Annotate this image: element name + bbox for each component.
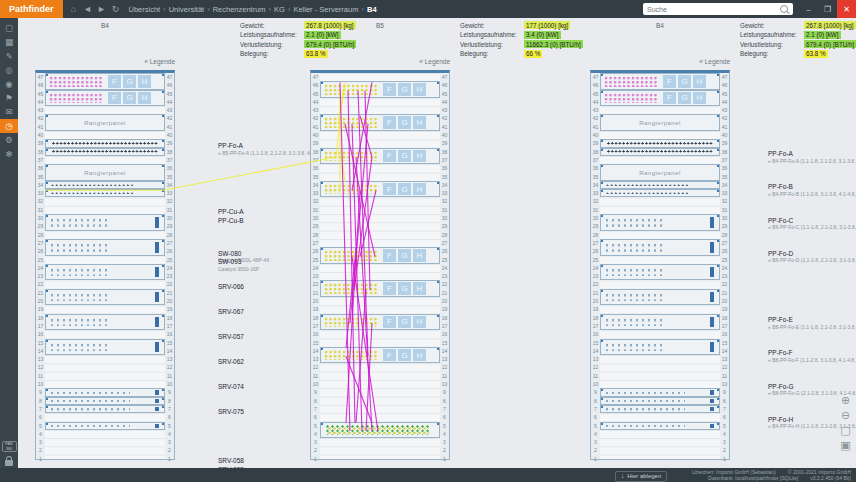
rack-device-srv-055[interactable] (45, 397, 165, 405)
device-label[interactable]: PP-Fo-C (768, 217, 856, 224)
rack-device-pp-fo-a[interactable]: FGH (600, 73, 720, 90)
rack-device-sw-081[interactable] (600, 181, 720, 189)
minimize-button[interactable]: – (799, 0, 818, 18)
rack-device-pp-cu-b[interactable] (45, 148, 165, 156)
tags-icon[interactable]: ⚑ (0, 91, 18, 105)
rack-device[interactable]: Rangierpanel (45, 164, 165, 181)
rack-device-srv-074[interactable] (45, 314, 165, 331)
forward-icon[interactable]: ► (95, 0, 109, 18)
rack-device[interactable]: Rangierpanel (600, 114, 720, 131)
legend-toggle[interactable]: « Legende (380, 58, 450, 65)
settings-icon[interactable]: ⚙ (0, 133, 18, 147)
rack-device-pp-fo-c[interactable]: FGH (320, 148, 440, 165)
rack-device-pp-fo-a[interactable]: FGH (320, 81, 440, 98)
close-button[interactable]: ✕ (837, 0, 856, 18)
rack-device-srv-064[interactable] (45, 422, 165, 430)
rack-device-sw-001[interactable] (320, 422, 440, 439)
search-input[interactable] (643, 6, 780, 13)
rack-device-pp-fo-f[interactable]: FGH (320, 280, 440, 297)
device-label[interactable]: PP-Fo-A (768, 150, 856, 157)
zoom-out-button[interactable]: ⊖ (839, 409, 852, 422)
rack-device-pp-fo-g[interactable]: FGH (320, 314, 440, 331)
rack-device-pp-cu-a[interactable] (600, 139, 720, 147)
refresh-icon[interactable]: ↻ (109, 0, 123, 18)
rack-device-srv-062[interactable] (45, 289, 165, 306)
rack-device-sw-094[interactable] (600, 189, 720, 197)
device-label[interactable]: PP-Fo-D (768, 250, 856, 257)
unit-number: 43 (591, 106, 600, 114)
unit-number: 13 (36, 355, 45, 363)
rack-device[interactable]: Rangierpanel (600, 164, 720, 181)
back-icon[interactable]: ◄ (81, 0, 95, 18)
rack-device-pp-cu-a[interactable] (45, 139, 165, 147)
device-label[interactable]: PP-Fo-F (768, 349, 856, 356)
rack-device[interactable]: FGH (45, 90, 165, 107)
rack-device-pp-fo-h[interactable]: FGH (320, 347, 440, 364)
app-logo[interactable]: Pathfinder (0, 0, 63, 18)
actual-size-button[interactable]: ▣ (839, 439, 852, 452)
unit-number: 28 (720, 231, 729, 239)
search-tool-icon[interactable]: ◎ (0, 63, 18, 77)
device-label[interactable]: PP-Fo-E (768, 316, 856, 323)
rack-device-srv-059[interactable] (45, 405, 165, 413)
device-label[interactable]: PP-Fo-B (768, 183, 856, 190)
history-icon[interactable]: ◷ (0, 119, 18, 133)
rack-device-srv-065[interactable] (600, 405, 720, 413)
home-icon[interactable]: ⌂ (67, 0, 81, 18)
racks-icon[interactable]: ▦ (0, 35, 18, 49)
unit-number: 42 (440, 114, 449, 122)
breadcrumb-item[interactable]: B4 (367, 5, 377, 14)
rack-device-srv-072[interactable] (600, 289, 720, 306)
search-icon[interactable] (780, 5, 788, 13)
rack-device-sw-080[interactable] (45, 181, 165, 189)
rack-device-srv-067[interactable] (45, 239, 165, 256)
rack-device-pp-cu-b[interactable] (600, 148, 720, 156)
rack-device-srv-071[interactable] (600, 239, 720, 256)
rack-device-pp-fo-a[interactable]: FGH (45, 73, 165, 90)
rack-device-srv-058[interactable] (45, 388, 165, 396)
zoom-in-button[interactable]: ⊕ (839, 394, 852, 407)
rack[interactable]: 4747464645454444434342424141404039393838… (310, 70, 450, 460)
breadcrumb-item[interactable]: KG (274, 5, 285, 14)
edit-icon[interactable]: ✎ (0, 49, 18, 63)
fas-360-badge[interactable]: FAS 360 (2, 441, 17, 452)
breadcrumb-item[interactable]: Keller - Serverraum (293, 5, 358, 14)
rack-device-sw-093[interactable] (45, 189, 165, 197)
fit-view-button[interactable]: ▢ (839, 424, 852, 437)
breadcrumb-item[interactable]: Übersicht (129, 5, 161, 14)
rack-device[interactable]: FGH (600, 90, 720, 107)
drop-zone[interactable]: ↓ Hier ablegen (615, 471, 667, 482)
unit-number: 6 (311, 413, 320, 421)
legend-toggle[interactable]: « Legende (105, 58, 175, 65)
rack-device-srv-060[interactable] (600, 397, 720, 405)
device-label[interactable]: PP-Fo-G (768, 383, 856, 390)
unit-number: 12 (591, 363, 600, 371)
server-handle (710, 407, 714, 411)
rack-device-srv-063[interactable] (600, 339, 720, 356)
rack-device-srv-057[interactable] (45, 264, 165, 281)
lock-icon[interactable] (0, 454, 18, 468)
rack-device-srv-073[interactable] (600, 264, 720, 281)
rack-device-pp-fo-e[interactable]: FGH (320, 247, 440, 264)
messages-icon[interactable]: ✉ (0, 105, 18, 119)
breadcrumb-item[interactable]: Universität (169, 5, 204, 14)
legend-toggle[interactable]: « Legende (660, 58, 730, 65)
display-icon[interactable]: ▢ (0, 21, 18, 35)
rack[interactable]: 4747464645454444434342424141404039393838… (35, 70, 175, 460)
maximize-button[interactable]: ❐ (818, 0, 837, 18)
breadcrumb-item[interactable]: Rechenzentrum (213, 5, 266, 14)
unit-number: 26 (165, 247, 174, 255)
breadcrumb-separator: › (361, 5, 364, 14)
rack[interactable]: 4747464645454444434342424141404039393838… (590, 70, 730, 460)
rack-device-srv-061[interactable] (600, 388, 720, 396)
rack-device[interactable]: Rangierpanel (45, 114, 165, 131)
rack-device-srv-066[interactable] (45, 214, 165, 231)
network-icon[interactable]: ✻ (0, 147, 18, 161)
rack-device-srv-070[interactable] (600, 314, 720, 331)
visibility-icon[interactable]: ◉ (0, 77, 18, 91)
rack-device-pp-fo-b[interactable]: FGH (320, 114, 440, 131)
rack-device-srv-075[interactable] (45, 339, 165, 356)
rack-device-pp-fo-d[interactable]: FGH (320, 181, 440, 198)
rack-device-srv-068[interactable] (600, 422, 720, 430)
rack-device-srv-069[interactable] (600, 214, 720, 231)
